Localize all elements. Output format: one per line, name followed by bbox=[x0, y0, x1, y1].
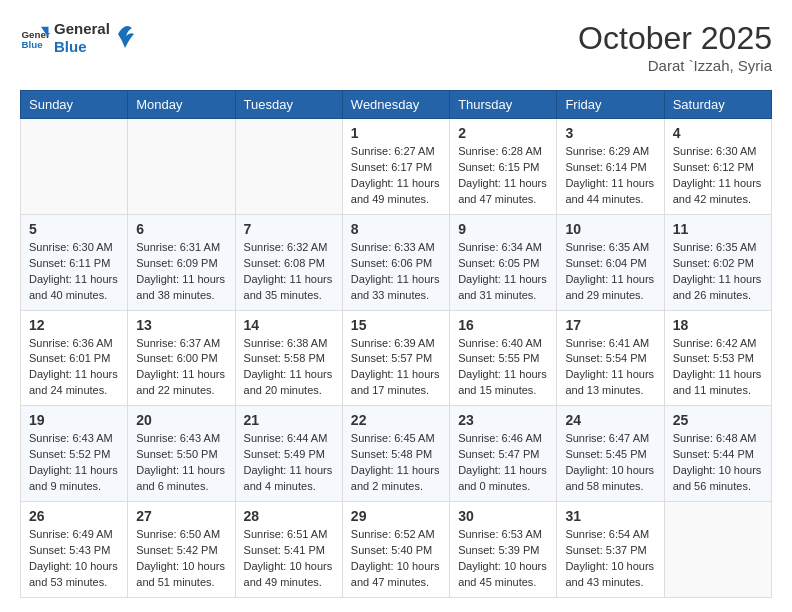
calendar-cell: 16Sunrise: 6:40 AM Sunset: 5:55 PM Dayli… bbox=[450, 310, 557, 406]
calendar-cell: 13Sunrise: 6:37 AM Sunset: 6:00 PM Dayli… bbox=[128, 310, 235, 406]
day-info: Sunrise: 6:48 AM Sunset: 5:44 PM Dayligh… bbox=[673, 431, 763, 495]
weekday-header-sunday: Sunday bbox=[21, 91, 128, 119]
calendar-cell: 22Sunrise: 6:45 AM Sunset: 5:48 PM Dayli… bbox=[342, 406, 449, 502]
calendar-cell bbox=[21, 119, 128, 215]
calendar-cell: 11Sunrise: 6:35 AM Sunset: 6:02 PM Dayli… bbox=[664, 214, 771, 310]
day-number: 1 bbox=[351, 125, 441, 141]
day-info: Sunrise: 6:32 AM Sunset: 6:08 PM Dayligh… bbox=[244, 240, 334, 304]
day-number: 6 bbox=[136, 221, 226, 237]
calendar-cell: 28Sunrise: 6:51 AM Sunset: 5:41 PM Dayli… bbox=[235, 502, 342, 598]
calendar-week-row: 19Sunrise: 6:43 AM Sunset: 5:52 PM Dayli… bbox=[21, 406, 772, 502]
day-number: 29 bbox=[351, 508, 441, 524]
day-info: Sunrise: 6:33 AM Sunset: 6:06 PM Dayligh… bbox=[351, 240, 441, 304]
day-number: 24 bbox=[565, 412, 655, 428]
day-info: Sunrise: 6:53 AM Sunset: 5:39 PM Dayligh… bbox=[458, 527, 548, 591]
calendar-cell: 17Sunrise: 6:41 AM Sunset: 5:54 PM Dayli… bbox=[557, 310, 664, 406]
day-info: Sunrise: 6:54 AM Sunset: 5:37 PM Dayligh… bbox=[565, 527, 655, 591]
calendar-week-row: 26Sunrise: 6:49 AM Sunset: 5:43 PM Dayli… bbox=[21, 502, 772, 598]
calendar-cell: 14Sunrise: 6:38 AM Sunset: 5:58 PM Dayli… bbox=[235, 310, 342, 406]
calendar-cell: 20Sunrise: 6:43 AM Sunset: 5:50 PM Dayli… bbox=[128, 406, 235, 502]
calendar-cell: 9Sunrise: 6:34 AM Sunset: 6:05 PM Daylig… bbox=[450, 214, 557, 310]
calendar-table: SundayMondayTuesdayWednesdayThursdayFrid… bbox=[20, 90, 772, 598]
calendar-cell: 12Sunrise: 6:36 AM Sunset: 6:01 PM Dayli… bbox=[21, 310, 128, 406]
day-number: 31 bbox=[565, 508, 655, 524]
weekday-header-wednesday: Wednesday bbox=[342, 91, 449, 119]
calendar-cell bbox=[664, 502, 771, 598]
day-number: 23 bbox=[458, 412, 548, 428]
day-info: Sunrise: 6:31 AM Sunset: 6:09 PM Dayligh… bbox=[136, 240, 226, 304]
weekday-header-thursday: Thursday bbox=[450, 91, 557, 119]
day-number: 27 bbox=[136, 508, 226, 524]
day-number: 19 bbox=[29, 412, 119, 428]
day-info: Sunrise: 6:51 AM Sunset: 5:41 PM Dayligh… bbox=[244, 527, 334, 591]
calendar-cell: 21Sunrise: 6:44 AM Sunset: 5:49 PM Dayli… bbox=[235, 406, 342, 502]
day-info: Sunrise: 6:27 AM Sunset: 6:17 PM Dayligh… bbox=[351, 144, 441, 208]
day-info: Sunrise: 6:47 AM Sunset: 5:45 PM Dayligh… bbox=[565, 431, 655, 495]
svg-text:Blue: Blue bbox=[22, 39, 44, 50]
day-number: 25 bbox=[673, 412, 763, 428]
month-title: October 2025 bbox=[578, 20, 772, 57]
day-info: Sunrise: 6:39 AM Sunset: 5:57 PM Dayligh… bbox=[351, 336, 441, 400]
weekday-header-saturday: Saturday bbox=[664, 91, 771, 119]
day-number: 4 bbox=[673, 125, 763, 141]
calendar-cell: 6Sunrise: 6:31 AM Sunset: 6:09 PM Daylig… bbox=[128, 214, 235, 310]
day-number: 26 bbox=[29, 508, 119, 524]
day-info: Sunrise: 6:52 AM Sunset: 5:40 PM Dayligh… bbox=[351, 527, 441, 591]
day-number: 21 bbox=[244, 412, 334, 428]
day-info: Sunrise: 6:40 AM Sunset: 5:55 PM Dayligh… bbox=[458, 336, 548, 400]
logo-icon: General Blue bbox=[20, 23, 50, 53]
logo-bird-icon bbox=[116, 20, 134, 48]
day-info: Sunrise: 6:30 AM Sunset: 6:11 PM Dayligh… bbox=[29, 240, 119, 304]
day-info: Sunrise: 6:34 AM Sunset: 6:05 PM Dayligh… bbox=[458, 240, 548, 304]
page-header: General Blue General Blue October 2025 D… bbox=[20, 20, 772, 74]
logo: General Blue General Blue bbox=[20, 20, 134, 56]
day-info: Sunrise: 6:41 AM Sunset: 5:54 PM Dayligh… bbox=[565, 336, 655, 400]
calendar-week-row: 1Sunrise: 6:27 AM Sunset: 6:17 PM Daylig… bbox=[21, 119, 772, 215]
day-number: 20 bbox=[136, 412, 226, 428]
day-number: 11 bbox=[673, 221, 763, 237]
calendar-cell: 27Sunrise: 6:50 AM Sunset: 5:42 PM Dayli… bbox=[128, 502, 235, 598]
day-info: Sunrise: 6:46 AM Sunset: 5:47 PM Dayligh… bbox=[458, 431, 548, 495]
logo-general-text: General bbox=[54, 20, 110, 38]
calendar-cell: 1Sunrise: 6:27 AM Sunset: 6:17 PM Daylig… bbox=[342, 119, 449, 215]
calendar-cell: 19Sunrise: 6:43 AM Sunset: 5:52 PM Dayli… bbox=[21, 406, 128, 502]
calendar-cell: 5Sunrise: 6:30 AM Sunset: 6:11 PM Daylig… bbox=[21, 214, 128, 310]
day-info: Sunrise: 6:43 AM Sunset: 5:52 PM Dayligh… bbox=[29, 431, 119, 495]
calendar-week-row: 12Sunrise: 6:36 AM Sunset: 6:01 PM Dayli… bbox=[21, 310, 772, 406]
day-info: Sunrise: 6:49 AM Sunset: 5:43 PM Dayligh… bbox=[29, 527, 119, 591]
title-block: October 2025 Darat `Izzah, Syria bbox=[578, 20, 772, 74]
weekday-header-monday: Monday bbox=[128, 91, 235, 119]
day-number: 18 bbox=[673, 317, 763, 333]
calendar-cell: 7Sunrise: 6:32 AM Sunset: 6:08 PM Daylig… bbox=[235, 214, 342, 310]
day-number: 13 bbox=[136, 317, 226, 333]
calendar-cell: 8Sunrise: 6:33 AM Sunset: 6:06 PM Daylig… bbox=[342, 214, 449, 310]
day-info: Sunrise: 6:35 AM Sunset: 6:04 PM Dayligh… bbox=[565, 240, 655, 304]
day-info: Sunrise: 6:36 AM Sunset: 6:01 PM Dayligh… bbox=[29, 336, 119, 400]
day-info: Sunrise: 6:29 AM Sunset: 6:14 PM Dayligh… bbox=[565, 144, 655, 208]
calendar-cell: 24Sunrise: 6:47 AM Sunset: 5:45 PM Dayli… bbox=[557, 406, 664, 502]
location-text: Darat `Izzah, Syria bbox=[578, 57, 772, 74]
logo-blue-text: Blue bbox=[54, 38, 110, 56]
calendar-cell bbox=[128, 119, 235, 215]
day-number: 15 bbox=[351, 317, 441, 333]
day-number: 17 bbox=[565, 317, 655, 333]
day-number: 8 bbox=[351, 221, 441, 237]
day-number: 14 bbox=[244, 317, 334, 333]
day-number: 7 bbox=[244, 221, 334, 237]
weekday-header-row: SundayMondayTuesdayWednesdayThursdayFrid… bbox=[21, 91, 772, 119]
day-info: Sunrise: 6:45 AM Sunset: 5:48 PM Dayligh… bbox=[351, 431, 441, 495]
day-info: Sunrise: 6:44 AM Sunset: 5:49 PM Dayligh… bbox=[244, 431, 334, 495]
calendar-cell: 4Sunrise: 6:30 AM Sunset: 6:12 PM Daylig… bbox=[664, 119, 771, 215]
calendar-cell: 15Sunrise: 6:39 AM Sunset: 5:57 PM Dayli… bbox=[342, 310, 449, 406]
day-number: 3 bbox=[565, 125, 655, 141]
day-info: Sunrise: 6:38 AM Sunset: 5:58 PM Dayligh… bbox=[244, 336, 334, 400]
day-number: 22 bbox=[351, 412, 441, 428]
weekday-header-tuesday: Tuesday bbox=[235, 91, 342, 119]
calendar-cell: 2Sunrise: 6:28 AM Sunset: 6:15 PM Daylig… bbox=[450, 119, 557, 215]
day-number: 12 bbox=[29, 317, 119, 333]
day-number: 16 bbox=[458, 317, 548, 333]
day-number: 28 bbox=[244, 508, 334, 524]
day-info: Sunrise: 6:37 AM Sunset: 6:00 PM Dayligh… bbox=[136, 336, 226, 400]
day-number: 5 bbox=[29, 221, 119, 237]
day-info: Sunrise: 6:30 AM Sunset: 6:12 PM Dayligh… bbox=[673, 144, 763, 208]
